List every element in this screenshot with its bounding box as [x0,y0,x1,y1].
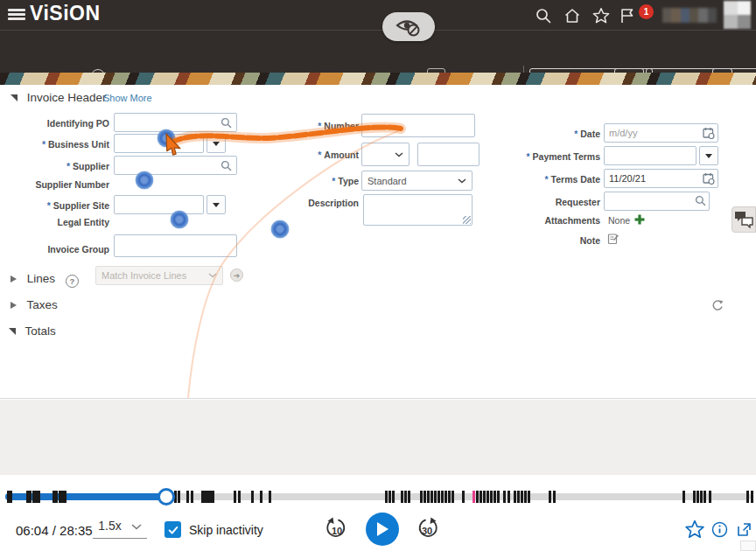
section-title: Totals [25,324,56,338]
search-icon[interactable] [220,160,232,171]
click-dot [136,171,154,190]
activity-tick [385,491,388,503]
supplier-site-label: *Supplier Site [0,200,109,211]
click-dot [171,211,189,229]
playback-speed-select[interactable]: 1.5x [93,519,147,539]
type-label: *Type [236,176,359,186]
type-select[interactable]: Standard [361,171,472,191]
supplier-site-input[interactable] [114,195,204,214]
attachments-value: None [608,215,630,226]
avatar[interactable] [724,1,751,29]
activity-tick [251,491,254,503]
check-icon [167,524,179,536]
forward-30-button[interactable]: 30 [416,517,440,541]
payment-terms-dropdown-button[interactable] [699,146,718,165]
dropdown-arrow-icon [213,203,220,207]
conversation-icon[interactable] [732,206,756,233]
amount-input[interactable] [417,143,480,166]
play-button[interactable] [366,513,399,546]
chevron-down-icon [208,273,217,278]
section-title: Lines [27,272,55,285]
activity-tick [38,491,40,503]
activity-tick [693,491,696,503]
rewind-10-button[interactable]: 10 [324,517,348,541]
notification-badge[interactable]: 1 [639,4,654,19]
description-textarea[interactable] [363,194,472,226]
resize-handle[interactable] [463,216,471,224]
activity-tick [704,491,706,503]
page-background [0,400,756,475]
dropdown-arrow-icon [213,142,220,146]
supplier-site-dropdown-button[interactable] [206,195,226,214]
invoice-header-section-toggle[interactable]: Invoice Header [10,91,107,104]
activity-tick [483,491,486,503]
favorite-recording-star-icon[interactable] [685,520,704,539]
calendar-icon[interactable] [703,127,715,139]
invoice-group-label: Invoice Group [0,244,109,255]
activity-tick [682,491,685,503]
home-icon[interactable] [564,7,581,24]
search-icon[interactable] [220,117,232,129]
invoice-number-input[interactable] [361,114,475,137]
skip-inactivity-checkbox[interactable] [164,521,181,538]
identifying-po-input[interactable] [114,113,237,132]
search-icon[interactable] [695,195,706,206]
business-unit-dropdown-button[interactable] [206,134,226,153]
add-attachment-icon[interactable] [634,214,645,225]
invoice-group-input[interactable] [114,234,237,257]
note-icon[interactable] [607,233,620,245]
flag-icon[interactable] [619,7,636,24]
activity-tick [55,491,58,503]
playhead-handle[interactable] [158,488,175,506]
activity-tick [514,491,516,503]
play-icon [375,521,389,537]
calendar-icon[interactable] [703,172,715,185]
totals-section-toggle[interactable]: Totals [9,324,56,338]
activity-tick [700,491,703,503]
amount-label: *Amount [236,150,359,160]
lines-help-icon[interactable]: ? [66,275,79,288]
activity-tick [448,491,451,503]
activity-tick [490,491,493,503]
app-header: ViSiON 1 [0,0,756,30]
svg-text:10: 10 [332,526,342,536]
match-invoice-lines-select: Match Invoice Lines [95,266,223,285]
terms-date-input[interactable] [604,169,718,188]
currency-select[interactable] [361,143,410,166]
skip-inactivity-label[interactable]: Skip inactivity [189,523,263,537]
masked-username [662,8,717,23]
activity-tick [64,491,66,503]
activity-tick [751,491,753,503]
menu-icon[interactable] [8,9,25,21]
supplier-label: *Supplier [0,161,109,171]
favorites-star-icon[interactable] [592,7,610,24]
section-title: Invoice Header [27,91,107,104]
activity-tick [212,491,214,503]
theme-banner [0,73,756,85]
playback-bar: 06:04 / 28:35 1.5x Skip inactivity 10 30 [0,475,756,551]
search-icon[interactable] [535,7,552,24]
info-icon[interactable] [711,521,728,538]
payment-terms-input[interactable] [604,146,696,165]
taxes-section-toggle[interactable]: Taxes [10,298,58,311]
dropdown-arrow-icon [705,154,712,158]
activity-tick [420,491,423,503]
activity-tick [186,491,189,503]
lines-section-toggle[interactable]: Lines ? Match Invoice Lines ➜ [10,272,79,288]
timeline-scrubber[interactable] [0,485,756,508]
show-more-link[interactable]: Show More [103,93,152,103]
requester-input[interactable] [604,192,710,211]
activity-tick [746,491,749,503]
activity-tick [521,491,523,503]
time-display: 06:04 / 28:35 [16,523,93,538]
legal-entity-label: Legal Entity [0,217,109,227]
number-label: *Number [236,121,359,131]
chevron-down-icon [395,152,403,157]
activity-tick [497,491,500,503]
invoice-date-input[interactable] [604,123,718,143]
business-unit-label: *Business Unit [0,139,109,150]
refresh-icon[interactable] [710,298,724,312]
activity-tick [234,491,236,503]
supplier-input[interactable] [114,156,237,175]
open-external-icon[interactable] [736,521,752,538]
